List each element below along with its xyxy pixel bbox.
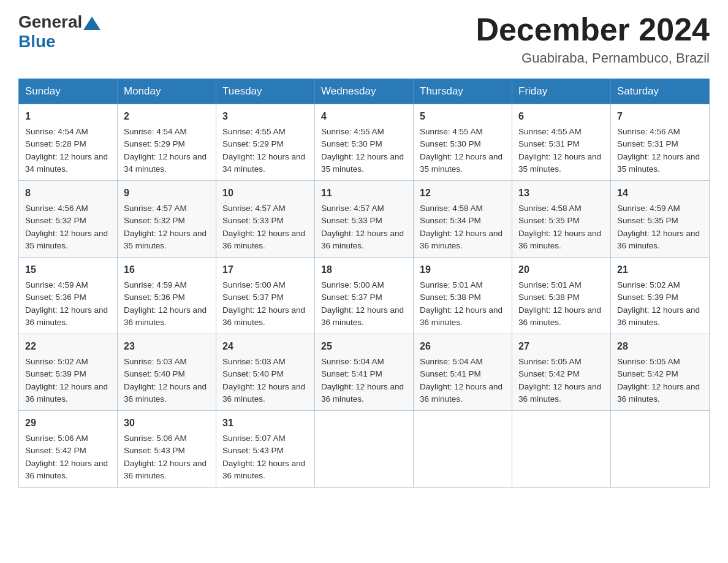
daylight-label: Daylight: 12 hours and 35 minutes. [321, 152, 404, 174]
daylight-label: Daylight: 12 hours and 36 minutes. [222, 229, 305, 250]
sunrise-label: Sunrise: 5:06 AM [25, 434, 88, 443]
day-number: 20 [518, 262, 604, 277]
calendar-day-cell: 4 Sunrise: 4:55 AM Sunset: 5:30 PM Dayli… [315, 104, 414, 181]
calendar-day-cell [611, 411, 710, 488]
page-header: General Blue December 2024 Guabiraba, Pe… [18, 12, 710, 66]
sunset-label: Sunset: 5:37 PM [321, 293, 382, 302]
day-number: 19 [420, 262, 506, 277]
daylight-label: Daylight: 12 hours and 36 minutes. [124, 305, 207, 327]
daylight-label: Daylight: 12 hours and 34 minutes. [222, 152, 305, 174]
sunset-label: Sunset: 5:43 PM [124, 446, 185, 455]
calendar-day-cell: 31 Sunrise: 5:07 AM Sunset: 5:43 PM Dayl… [216, 411, 315, 488]
calendar-day-cell: 13 Sunrise: 4:58 AM Sunset: 5:35 PM Dayl… [512, 181, 611, 258]
sunset-label: Sunset: 5:32 PM [124, 216, 185, 225]
sunset-label: Sunset: 5:41 PM [321, 369, 382, 378]
daylight-label: Daylight: 12 hours and 36 minutes. [617, 305, 700, 327]
daylight-label: Daylight: 12 hours and 34 minutes. [124, 152, 207, 174]
sunrise-label: Sunrise: 4:56 AM [617, 127, 680, 136]
sunset-label: Sunset: 5:33 PM [222, 216, 284, 225]
calendar-week-row: 1 Sunrise: 4:54 AM Sunset: 5:28 PM Dayli… [19, 104, 710, 181]
sunset-label: Sunset: 5:37 PM [222, 293, 284, 302]
day-number: 9 [124, 186, 210, 201]
calendar-day-cell: 25 Sunrise: 5:04 AM Sunset: 5:41 PM Dayl… [315, 334, 414, 411]
day-number: 4 [321, 109, 407, 124]
sunrise-label: Sunrise: 4:54 AM [25, 127, 88, 136]
calendar-day-cell [315, 411, 414, 488]
day-number: 12 [420, 186, 506, 201]
sunset-label: Sunset: 5:41 PM [420, 369, 481, 378]
daylight-label: Daylight: 12 hours and 36 minutes. [518, 305, 601, 327]
title-section: December 2024 Guabiraba, Pernambuco, Bra… [476, 12, 710, 66]
col-saturday: Saturday [611, 79, 710, 104]
sunset-label: Sunset: 5:40 PM [222, 369, 284, 378]
sunset-label: Sunset: 5:34 PM [420, 216, 481, 225]
calendar-day-cell: 5 Sunrise: 4:55 AM Sunset: 5:30 PM Dayli… [414, 104, 512, 181]
calendar-day-cell: 29 Sunrise: 5:06 AM Sunset: 5:42 PM Dayl… [19, 411, 118, 488]
col-thursday: Thursday [414, 79, 512, 104]
day-number: 29 [25, 416, 111, 431]
daylight-label: Daylight: 12 hours and 36 minutes. [222, 305, 305, 327]
daylight-label: Daylight: 12 hours and 35 minutes. [25, 229, 108, 250]
sunset-label: Sunset: 5:38 PM [420, 293, 481, 302]
daylight-label: Daylight: 12 hours and 36 minutes. [25, 459, 108, 480]
daylight-label: Daylight: 12 hours and 36 minutes. [518, 229, 601, 250]
day-number: 24 [222, 339, 308, 354]
day-number: 28 [617, 339, 703, 354]
sunrise-label: Sunrise: 4:55 AM [420, 127, 483, 136]
sunset-label: Sunset: 5:30 PM [420, 139, 481, 148]
daylight-label: Daylight: 12 hours and 36 minutes. [518, 382, 601, 404]
day-number: 26 [420, 339, 506, 354]
sunset-label: Sunset: 5:30 PM [321, 139, 382, 148]
day-number: 23 [124, 339, 210, 354]
sunset-label: Sunset: 5:29 PM [222, 139, 284, 148]
sunrise-label: Sunrise: 5:03 AM [124, 357, 187, 366]
calendar-day-cell: 11 Sunrise: 4:57 AM Sunset: 5:33 PM Dayl… [315, 181, 414, 258]
day-number: 1 [25, 109, 111, 124]
sunset-label: Sunset: 5:39 PM [617, 293, 678, 302]
sunrise-label: Sunrise: 4:57 AM [222, 204, 286, 213]
sunset-label: Sunset: 5:31 PM [518, 139, 580, 148]
sunset-label: Sunset: 5:42 PM [25, 446, 86, 455]
sunrise-label: Sunrise: 5:00 AM [222, 280, 286, 289]
sunrise-label: Sunrise: 4:55 AM [222, 127, 286, 136]
day-number: 22 [25, 339, 111, 354]
day-number: 25 [321, 339, 407, 354]
sunrise-label: Sunrise: 5:04 AM [321, 357, 384, 366]
sunrise-label: Sunrise: 5:03 AM [222, 357, 286, 366]
calendar-day-cell: 24 Sunrise: 5:03 AM Sunset: 5:40 PM Dayl… [216, 334, 315, 411]
day-number: 31 [222, 416, 308, 431]
calendar-day-cell: 23 Sunrise: 5:03 AM Sunset: 5:40 PM Dayl… [118, 334, 216, 411]
daylight-label: Daylight: 12 hours and 35 minutes. [420, 152, 502, 174]
sunrise-label: Sunrise: 4:56 AM [25, 204, 88, 213]
sunrise-label: Sunrise: 4:55 AM [321, 127, 384, 136]
col-wednesday: Wednesday [315, 79, 414, 104]
daylight-label: Daylight: 12 hours and 35 minutes. [124, 229, 207, 250]
sunset-label: Sunset: 5:33 PM [321, 216, 382, 225]
calendar-table: Sunday Monday Tuesday Wednesday Thursday… [18, 79, 710, 488]
sunrise-label: Sunrise: 5:05 AM [518, 357, 582, 366]
day-number: 21 [617, 262, 703, 277]
calendar-day-cell: 10 Sunrise: 4:57 AM Sunset: 5:33 PM Dayl… [216, 181, 315, 258]
day-number: 16 [124, 262, 210, 277]
calendar-day-cell [512, 411, 611, 488]
sunrise-label: Sunrise: 4:54 AM [124, 127, 187, 136]
sunrise-label: Sunrise: 4:55 AM [518, 127, 582, 136]
calendar-week-row: 29 Sunrise: 5:06 AM Sunset: 5:42 PM Dayl… [19, 411, 710, 488]
day-number: 11 [321, 186, 407, 201]
daylight-label: Daylight: 12 hours and 35 minutes. [617, 152, 700, 174]
logo-text: General [18, 12, 102, 32]
daylight-label: Daylight: 12 hours and 36 minutes. [420, 229, 502, 250]
daylight-label: Daylight: 12 hours and 36 minutes. [321, 305, 404, 327]
day-number: 6 [518, 109, 604, 124]
sunrise-label: Sunrise: 5:05 AM [617, 357, 680, 366]
daylight-label: Daylight: 12 hours and 36 minutes. [25, 382, 108, 404]
day-number: 10 [222, 186, 308, 201]
calendar-week-row: 8 Sunrise: 4:56 AM Sunset: 5:32 PM Dayli… [19, 181, 710, 258]
daylight-label: Daylight: 12 hours and 36 minutes. [420, 305, 502, 327]
sunset-label: Sunset: 5:43 PM [222, 446, 284, 455]
sunrise-label: Sunrise: 4:57 AM [124, 204, 187, 213]
calendar-day-cell: 17 Sunrise: 5:00 AM Sunset: 5:37 PM Dayl… [216, 258, 315, 334]
calendar-day-cell: 1 Sunrise: 4:54 AM Sunset: 5:28 PM Dayli… [19, 104, 118, 181]
calendar-day-cell: 8 Sunrise: 4:56 AM Sunset: 5:32 PM Dayli… [19, 181, 118, 258]
calendar-header-row: Sunday Monday Tuesday Wednesday Thursday… [19, 79, 710, 104]
